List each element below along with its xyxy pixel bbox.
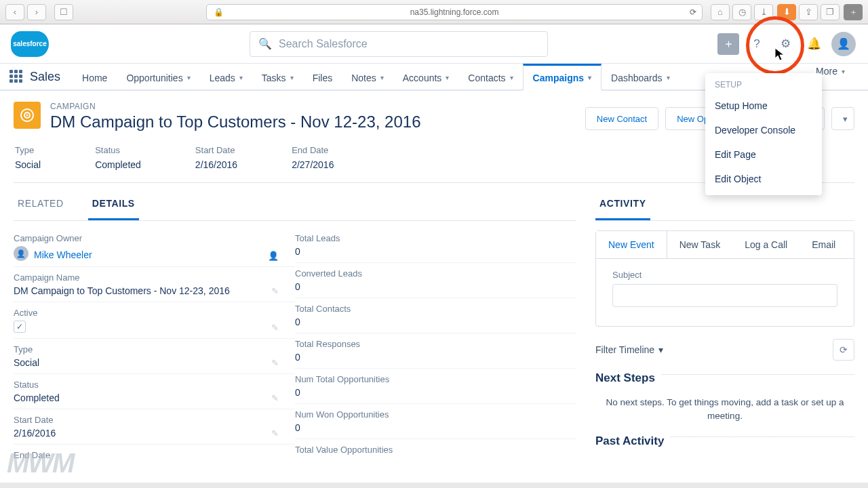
tab-related[interactable]: RELATED bbox=[14, 187, 68, 220]
setup-menu-setup-home[interactable]: Setup Home bbox=[705, 94, 822, 118]
browser-url-text: na35.lightning.force.com bbox=[410, 7, 499, 17]
field-converted-leads: Converted Leads0 bbox=[295, 263, 576, 298]
refresh-timeline-button[interactable]: ⟳ bbox=[833, 339, 854, 361]
nav-tab-opportunities[interactable]: Opportunities▾ bbox=[117, 64, 199, 89]
subject-label: Subject bbox=[612, 270, 837, 280]
chevron-down-icon: ▾ bbox=[588, 74, 591, 81]
edit-pencil-icon[interactable]: ✎ bbox=[271, 428, 279, 439]
reload-icon[interactable]: ⟳ bbox=[690, 7, 696, 17]
field-num-won-opportunities: Num Won Opportunities0 bbox=[295, 404, 576, 439]
tab-activity[interactable]: ACTIVITY bbox=[595, 187, 650, 220]
browser-downloads-button[interactable]: ⤓ bbox=[754, 4, 773, 20]
salesforce-logo[interactable]: salesforce bbox=[11, 31, 49, 57]
edit-pencil-icon[interactable]: ✎ bbox=[271, 286, 279, 296]
nav-tab-home[interactable]: Home bbox=[73, 64, 117, 89]
app-launcher-icon bbox=[9, 70, 23, 83]
nav-tab-campaigns[interactable]: Campaigns▾ bbox=[523, 64, 601, 91]
horizontal-scrollbar[interactable] bbox=[0, 483, 868, 488]
record-inner-tabs: RELATED DETAILS bbox=[14, 187, 576, 221]
notifications-bell-icon[interactable]: 🔔 bbox=[803, 33, 825, 55]
field-total-value-opportunities: Total Value Opportunities bbox=[295, 439, 576, 460]
past-activity-heading: Past Activity bbox=[595, 434, 664, 451]
setup-gear-icon[interactable]: ⚙ bbox=[774, 33, 796, 55]
setup-menu-heading: SETUP bbox=[705, 73, 822, 94]
browser-sidebar-button[interactable]: ☐ bbox=[54, 4, 73, 20]
search-icon: 🔍 bbox=[258, 37, 272, 50]
record-title: DM Campaign to Top Customers - Nov 12-23… bbox=[50, 113, 420, 131]
nav-tab-accounts[interactable]: Accounts▾ bbox=[393, 64, 459, 89]
tab-details[interactable]: DETAILS bbox=[88, 187, 139, 220]
subject-input[interactable] bbox=[612, 284, 837, 307]
nav-tab-contacts[interactable]: Contacts▾ bbox=[458, 64, 522, 89]
field-total-leads: Total Leads0 bbox=[295, 228, 576, 263]
owner-link[interactable]: Mike Wheeler bbox=[34, 249, 92, 260]
field-active: Active ✓ ✎ bbox=[14, 302, 295, 339]
chevron-down-icon: ▾ bbox=[667, 74, 670, 81]
nav-tab-dashboards[interactable]: Dashboards▾ bbox=[601, 64, 679, 89]
field-start-date: Start Date 2/16/2016 ✎ bbox=[14, 409, 295, 445]
browser-share-button[interactable]: ⇪ bbox=[799, 4, 818, 20]
campaign-icon bbox=[14, 102, 41, 129]
chevron-down-icon: ▾ bbox=[290, 74, 294, 81]
composer-tab-new-task[interactable]: New Task bbox=[667, 231, 732, 258]
browser-url-field[interactable]: 🔒 na35.lightning.force.com ⟳ bbox=[206, 4, 703, 20]
edit-pencil-icon[interactable]: ✎ bbox=[271, 323, 279, 333]
next-steps-empty-message: No next steps. To get things moving, add… bbox=[595, 396, 854, 424]
browser-new-tab-button[interactable]: ＋ bbox=[844, 4, 863, 20]
global-search[interactable]: 🔍 Search Salesforce bbox=[250, 31, 548, 57]
active-checkbox-checked: ✓ bbox=[14, 321, 26, 333]
help-icon[interactable]: ? bbox=[746, 33, 768, 55]
salesforce-global-header: salesforce 🔍 Search Salesforce ＋ ? ⚙ 🔔 👤 bbox=[0, 24, 868, 64]
nav-tab-notes[interactable]: Notes▾ bbox=[342, 64, 393, 89]
browser-download-progress-icon[interactable]: ⬇ bbox=[777, 4, 796, 20]
nav-tab-files[interactable]: Files bbox=[303, 64, 342, 89]
chevron-down-icon: ▾ bbox=[658, 344, 663, 355]
lock-icon: 🔒 bbox=[214, 7, 224, 17]
composer-tab-new-event[interactable]: New Event bbox=[596, 231, 667, 258]
setup-menu-developer-console[interactable]: Developer Console bbox=[705, 118, 822, 142]
setup-menu-edit-object[interactable]: Edit Object bbox=[705, 167, 822, 191]
new-contact-button[interactable]: New Contact bbox=[585, 107, 658, 130]
owner-avatar-icon: 👤 bbox=[14, 246, 28, 261]
browser-home-button[interactable]: ⌂ bbox=[711, 4, 730, 20]
field-num-total-opportunities: Num Total Opportunities0 bbox=[295, 369, 576, 404]
browser-back-button[interactable]: ‹ bbox=[5, 4, 24, 20]
record-actions-overflow-button[interactable]: ▾ bbox=[831, 107, 854, 130]
field-campaign-owner: Campaign Owner 👤 Mike Wheeler 👤 bbox=[14, 228, 295, 267]
chevron-down-icon: ▾ bbox=[446, 74, 449, 81]
safari-toolbar: ‹ › ☐ 🔒 na35.lightning.force.com ⟳ ⌂ ◷ ⤓… bbox=[0, 0, 868, 24]
global-actions-button[interactable]: ＋ bbox=[717, 33, 739, 55]
edit-pencil-icon[interactable]: ✎ bbox=[271, 358, 279, 368]
chevron-down-icon: ▾ bbox=[843, 114, 848, 124]
watermark: MWM bbox=[7, 448, 73, 479]
edit-pencil-icon[interactable]: ✎ bbox=[271, 393, 279, 403]
browser-history-button[interactable]: ◷ bbox=[732, 4, 751, 20]
app-name: Sales bbox=[30, 70, 60, 84]
next-steps-heading: Next Steps bbox=[595, 371, 655, 388]
browser-forward-button[interactable]: › bbox=[27, 4, 46, 20]
field-status: Status Completed ✎ bbox=[14, 374, 295, 409]
setup-menu-edit-page[interactable]: Edit Page bbox=[705, 142, 822, 167]
filter-timeline-button[interactable]: Filter Timeline▾ bbox=[595, 344, 663, 355]
user-avatar[interactable]: 👤 bbox=[831, 32, 856, 56]
browser-tabs-button[interactable]: ❐ bbox=[821, 4, 840, 20]
nav-tab-leads[interactable]: Leads▾ bbox=[200, 64, 252, 89]
search-placeholder: Search Salesforce bbox=[279, 38, 368, 50]
field-total-responses: Total Responses0 bbox=[295, 333, 576, 369]
svg-point-2 bbox=[26, 115, 28, 117]
chevron-down-icon: ▾ bbox=[187, 74, 191, 81]
nav-tab-tasks[interactable]: Tasks▾ bbox=[252, 64, 303, 89]
field-type: Type Social ✎ bbox=[14, 339, 295, 374]
record-eyebrow: CAMPAIGN bbox=[50, 102, 420, 111]
chevron-down-icon: ▾ bbox=[842, 68, 845, 75]
chevron-down-icon: ▾ bbox=[510, 74, 513, 81]
app-launcher[interactable]: Sales bbox=[9, 64, 73, 89]
chevron-down-icon: ▾ bbox=[380, 74, 384, 81]
field-total-contacts: Total Contacts0 bbox=[295, 298, 576, 333]
change-owner-icon[interactable]: 👤 bbox=[268, 251, 279, 261]
field-campaign-name: Campaign Name DM Campaign to Top Custome… bbox=[14, 267, 295, 302]
setup-dropdown-menu: SETUP Setup Home Developer Console Edit … bbox=[705, 73, 822, 195]
composer-tab-log-a-call[interactable]: Log a Call bbox=[732, 231, 800, 258]
chevron-down-icon: ▾ bbox=[239, 74, 243, 81]
composer-tab-email[interactable]: Email bbox=[800, 231, 848, 258]
